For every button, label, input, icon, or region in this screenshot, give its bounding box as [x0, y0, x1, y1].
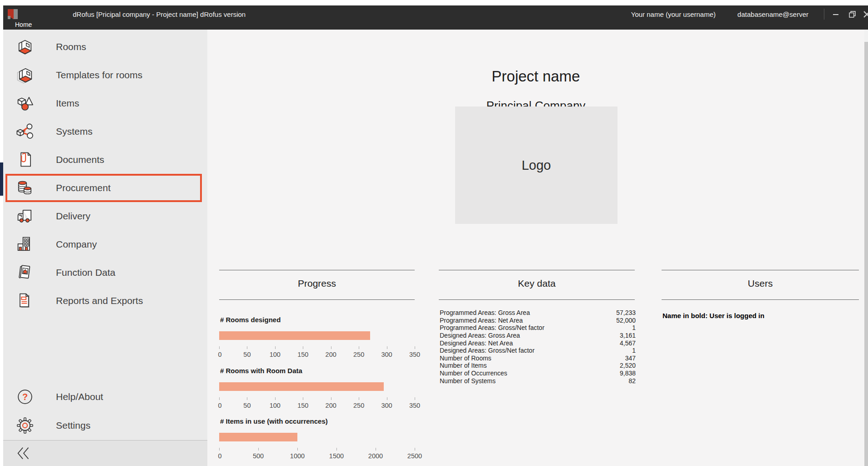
header-rule — [662, 299, 859, 300]
axis-tick — [219, 346, 220, 349]
key-data-label: Number of Items — [440, 362, 487, 369]
chart-title: # Items in use (with occurrences) — [220, 417, 328, 425]
sidebar-item-company[interactable]: Company — [5, 230, 202, 258]
key-data-label: Programmed Areas: Net Area — [440, 317, 523, 324]
sidebar-item-items[interactable]: Items — [5, 89, 202, 117]
axis-tick-label: 1000 — [290, 452, 305, 460]
sidebar-item-settings[interactable]: Settings — [5, 411, 202, 440]
sidebar-item-label: Company — [56, 239, 97, 250]
key-data-section-header: Key data — [439, 270, 635, 300]
axis-tick-label: 0 — [218, 452, 222, 460]
help-icon: ? — [15, 387, 35, 407]
key-data-value: 57,233 — [616, 309, 636, 316]
sidebar-item-label: Reports and Exports — [56, 295, 143, 306]
project-name-title: Project name — [207, 68, 864, 85]
vertical-scrollbar[interactable] — [864, 30, 868, 466]
axis-tick — [415, 448, 415, 451]
sidebar-item-delivery[interactable]: Delivery — [5, 202, 202, 230]
axis-tick — [297, 448, 298, 451]
axis-tick — [275, 346, 276, 349]
close-button[interactable] — [860, 7, 868, 21]
axis-tick-label: 300 — [381, 402, 392, 409]
axis-tick — [303, 397, 303, 400]
key-data-label: Programmed Areas: Gross Area — [440, 309, 530, 316]
users-note: Name in bold: User is logged in — [662, 312, 764, 319]
procurement-icon — [15, 178, 35, 198]
reports-and-exports-icon — [15, 291, 35, 311]
sidebar-item-label: Templates for rooms — [56, 70, 142, 81]
key-data-label: Designed Areas: Net Area — [440, 339, 513, 347]
axis-tick-label: 350 — [409, 351, 420, 358]
edge-accent-strip — [0, 162, 3, 196]
key-data-row: Designed Areas: Gross/Net factor1 — [440, 347, 636, 355]
axis-tick — [331, 397, 331, 400]
header-rule — [439, 299, 635, 300]
axis-tick-label: 0 — [218, 351, 222, 358]
key-data-label: Number of Rooms — [440, 355, 492, 362]
chart-bar — [219, 331, 370, 340]
svg-text:?: ? — [22, 392, 28, 402]
minimize-button[interactable] — [829, 7, 843, 21]
application-window: dRofus [Pricipal company - Project name]… — [0, 0, 868, 466]
axis-tick-label: 50 — [243, 351, 251, 358]
progress-chart-1: # Rooms designed050100150200250300350 — [219, 316, 415, 359]
chart-bar — [219, 433, 297, 441]
sidebar-item-label: Help/About — [56, 391, 103, 402]
axis-tick — [415, 397, 415, 400]
key-data-title: Key data — [439, 278, 635, 289]
key-data-label: Number of Occurrences — [440, 370, 507, 377]
key-data-value: 2,520 — [620, 362, 636, 369]
axis-tick-label: 200 — [326, 402, 336, 409]
users-section-header: Users — [662, 270, 859, 300]
key-data-value: 347 — [625, 355, 636, 362]
header-rule — [219, 299, 415, 300]
key-data-label: Number of Systems — [440, 377, 496, 385]
axis-tick — [275, 397, 276, 400]
titlebar-divider — [824, 9, 824, 20]
sidebar-item-templates-for-rooms[interactable]: Templates for rooms — [5, 61, 202, 89]
key-data-value: 4,567 — [620, 339, 636, 347]
key-data-row: Designed Areas: Gross Area3,161 — [440, 332, 636, 339]
axis-tick-label: 250 — [353, 402, 364, 409]
progress-title: Progress — [219, 278, 415, 289]
axis-tick — [258, 448, 259, 451]
home-dashboard: Project name Principal Company Logo Prog… — [207, 30, 864, 466]
axis-tick — [331, 346, 331, 349]
header-rule — [662, 270, 859, 270]
axis-tick — [336, 448, 337, 451]
scrollbar-thumb[interactable] — [864, 42, 868, 466]
header-rule — [439, 270, 635, 270]
sidebar-item-help-about[interactable]: ?Help/About — [5, 383, 202, 411]
key-data-row: Number of Systems82 — [440, 377, 636, 385]
axis-tick — [247, 397, 247, 400]
sidebar-item-label: Documents — [56, 154, 104, 165]
key-data-row: Programmed Areas: Gross Area57,233 — [440, 309, 636, 317]
axis-tick — [376, 448, 376, 451]
axis-tick-label: 50 — [243, 402, 251, 409]
key-data-label: Designed Areas: Gross Area — [440, 332, 520, 339]
axis-tick — [303, 346, 303, 349]
axis-tick — [387, 397, 387, 400]
sidebar-item-procurement[interactable]: Procurement — [5, 174, 202, 202]
axis-tick-label: 100 — [270, 351, 281, 358]
progress-section-header: Progress — [219, 270, 415, 300]
sidebar-item-label: Items — [56, 98, 79, 109]
key-data-row: Number of Rooms347 — [440, 355, 636, 362]
sidebar-item-rooms[interactable]: Rooms — [5, 33, 202, 61]
sidebar-item-systems[interactable]: Systems — [5, 117, 202, 146]
axis-tick-label: 150 — [297, 402, 308, 409]
collapse-sidebar-button[interactable] — [14, 445, 34, 463]
sidebar-item-function-data[interactable]: Function Data — [5, 258, 202, 287]
sidebar-item-documents[interactable]: Documents — [5, 146, 202, 174]
key-data-value: 82 — [628, 377, 636, 385]
axis-tick-label: 200 — [326, 351, 336, 358]
axis-tick — [219, 448, 220, 451]
restore-button[interactable] — [845, 7, 859, 21]
sidebar-item-reports-and-exports[interactable]: Reports and Exports — [5, 287, 202, 315]
sidebar-item-label: Rooms — [56, 41, 86, 52]
axis-tick-label: 150 — [297, 351, 308, 358]
chart-bar — [219, 382, 384, 391]
key-data-label: Designed Areas: Gross/Net factor — [440, 347, 535, 354]
chart-title: # Rooms designed — [220, 316, 281, 324]
menu-home[interactable]: Home — [15, 21, 32, 28]
